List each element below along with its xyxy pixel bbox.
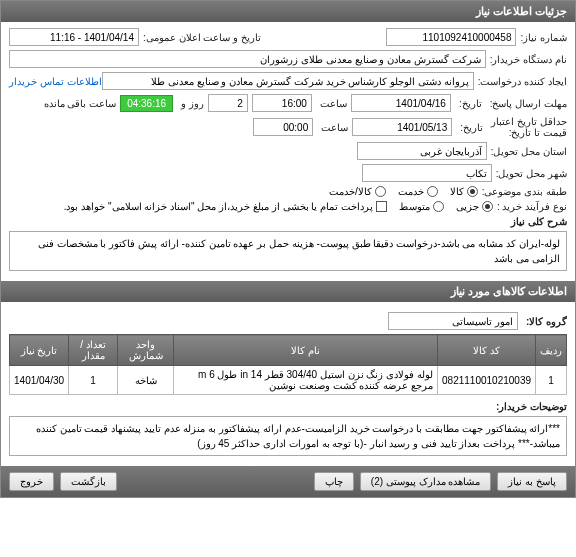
th-code: کد کالا xyxy=(438,335,536,366)
category-label: طبقه بندی موضوعی: xyxy=(478,186,567,197)
group-label: گروه کالا: xyxy=(522,316,567,327)
section-header-info: جزئیات اطلاعات نیاز xyxy=(1,1,575,22)
need-number-label: شماره نیاز: xyxy=(516,32,567,43)
attachments-button[interactable]: مشاهده مدارک پیوستی (2) xyxy=(360,472,492,491)
radio-goods-service[interactable]: کالا/خدمت xyxy=(329,186,386,197)
radio-icon xyxy=(467,186,478,197)
footer-toolbar: پاسخ به نیاز مشاهده مدارک پیوستی (2) چاپ… xyxy=(1,466,575,497)
buyer-notes-label: توضیحات خریدار: xyxy=(492,401,567,412)
requester-field: پروانه دشتی الوجلو کارشناس خرید شرکت گست… xyxy=(102,72,474,90)
radio-icon xyxy=(427,186,438,197)
summary-text: لوله-ایران کد مشابه می باشد-درخواست دقیق… xyxy=(9,231,567,271)
city-label: شهر محل تحویل: xyxy=(492,168,567,179)
time-label-1: ساعت xyxy=(316,98,347,109)
response-deadline-label: مهلت ارسال پاسخ: xyxy=(486,98,567,109)
checkbox-treasury[interactable]: پرداخت تمام یا بخشی از مبلغ خرید،از محل … xyxy=(64,201,387,212)
validity-time-field: 00:00 xyxy=(253,118,313,136)
buyer-org-label: نام دستگاه خریدار: xyxy=(486,54,567,65)
cell-date: 1401/04/30 xyxy=(10,366,69,395)
th-qty: تعداد / مقدار xyxy=(69,335,118,366)
days-count-field: 2 xyxy=(208,94,248,112)
radio-icon xyxy=(375,186,386,197)
radio-icon xyxy=(482,201,493,212)
radio-goods[interactable]: کالا xyxy=(450,186,478,197)
checkbox-icon xyxy=(376,201,387,212)
process-label: نوع فرآیند خرید : xyxy=(493,201,567,212)
print-button[interactable]: چاپ xyxy=(314,472,354,491)
announce-label: تاریخ و ساعت اعلان عمومی: xyxy=(139,32,261,43)
back-button[interactable]: بازگشت xyxy=(60,472,117,491)
deadline-date-field: 1401/04/16 xyxy=(351,94,451,112)
date-label-2: تاریخ: xyxy=(456,122,483,133)
radio-icon xyxy=(433,201,444,212)
table-row: 1 0821110010210039 لوله فولادی زنگ نزن ا… xyxy=(10,366,567,395)
buyer-org-field: شرکت گسترش معادن و صنایع معدنی طلای زرشو… xyxy=(9,50,486,68)
city-field: تکاب xyxy=(362,164,492,182)
announce-field: 1401/04/14 - 11:16 xyxy=(9,28,139,46)
cell-code: 0821110010210039 xyxy=(438,366,536,395)
radio-partial[interactable]: جزیی xyxy=(456,201,493,212)
th-date: تاریخ نیاز xyxy=(10,335,69,366)
deadline-time-field: 16:00 xyxy=(252,94,312,112)
contact-link[interactable]: اطلاعات تماس خریدار xyxy=(9,76,102,87)
remaining-suffix: ساعت باقی مانده xyxy=(40,98,117,109)
requester-label: ایجاد کننده درخواست: xyxy=(474,76,567,87)
radio-service[interactable]: خدمت xyxy=(398,186,438,197)
validity-label: حداقل تاریخ اعتبار قیمت تا تاریخ: xyxy=(487,116,567,138)
province-field: آذربایجان غربی xyxy=(357,142,487,160)
summary-label: شرح کلی نیاز xyxy=(507,216,567,227)
remaining-time-badge: 04:36:16 xyxy=(120,95,173,112)
province-label: استان محل تحویل: xyxy=(487,146,567,157)
time-label-2: ساعت xyxy=(317,122,348,133)
days-suffix: روز و xyxy=(177,98,204,109)
exit-button[interactable]: خروج xyxy=(9,472,54,491)
cell-qty: 1 xyxy=(69,366,118,395)
th-unit: واحد شمارش xyxy=(118,335,174,366)
radio-medium[interactable]: متوسط xyxy=(399,201,444,212)
section-header-goods: اطلاعات کالاهای مورد نیاز xyxy=(1,281,575,302)
validity-date-field: 1401/05/13 xyxy=(352,118,452,136)
group-field: امور تاسیساتی xyxy=(388,312,518,330)
th-name: نام کالا xyxy=(174,335,438,366)
need-number-field: 1101092410000458 xyxy=(386,28,516,46)
th-row: ردیف xyxy=(536,335,567,366)
cell-idx: 1 xyxy=(536,366,567,395)
reply-button[interactable]: پاسخ به نیاز xyxy=(497,472,567,491)
cell-name: لوله فولادی زنگ نزن استیل 304/40 قطر in … xyxy=(174,366,438,395)
buyer-notes-text: ***ارائه پیشفاکتور جهت مطابقت با درخواست… xyxy=(9,416,567,456)
cell-unit: شاخه xyxy=(118,366,174,395)
date-label-1: تاریخ: xyxy=(455,98,482,109)
goods-table: ردیف کد کالا نام کالا واحد شمارش تعداد /… xyxy=(9,334,567,395)
